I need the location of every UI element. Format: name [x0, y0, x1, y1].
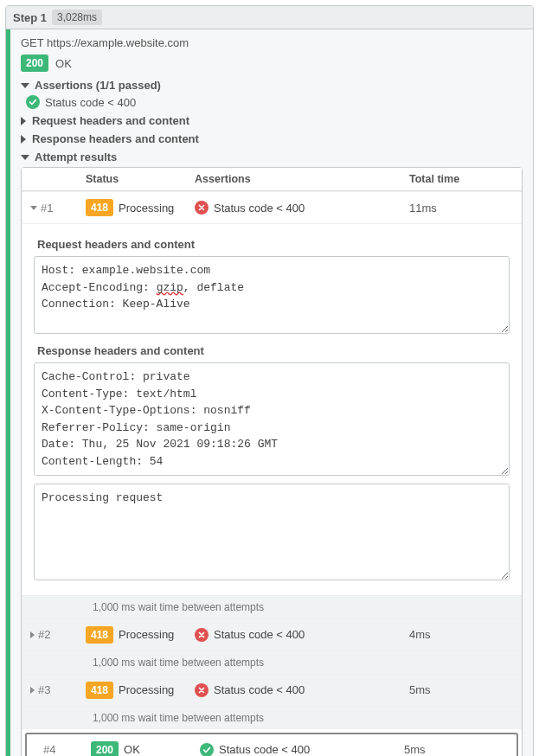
attempt-row[interactable]: #1 418 Processing Status code < 400 11ms	[22, 191, 522, 223]
status-code-badge: 418	[86, 626, 113, 644]
assertion-row: Status code < 400	[26, 95, 523, 109]
assertions-label: Assertions (1/1 passed)	[35, 79, 161, 92]
detail-response-label: Response headers and content	[37, 344, 510, 357]
assertion-text: Status code < 400	[214, 628, 305, 641]
step-header[interactable]: Step 1 3,028ms	[6, 6, 533, 29]
chevron-down-icon	[21, 83, 29, 88]
attempt-index: #3	[38, 683, 50, 696]
attempt-index: #1	[41, 202, 53, 215]
status-text: Processing	[119, 683, 174, 696]
response-headers-label: Response headers and content	[32, 132, 199, 145]
chevron-right-icon	[21, 117, 26, 125]
request-line: GET https://example.website.com	[21, 36, 523, 49]
chevron-right-icon	[21, 135, 26, 144]
col-assertions-header: Assertions	[195, 173, 409, 185]
attempt-time: 4ms	[409, 628, 513, 641]
status-text: OK	[55, 57, 72, 70]
attempt-results-label: Attempt results	[35, 151, 117, 163]
step-body: GET https://example.website.com 200 OK A…	[6, 29, 533, 756]
check-fail-icon	[195, 683, 209, 697]
check-pass-icon	[26, 95, 40, 109]
status-code-badge: 418	[86, 682, 113, 699]
attempt-time: 5ms	[404, 743, 508, 756]
attempt-index: #4	[43, 743, 55, 756]
assertion-text: Status code < 400	[219, 743, 310, 756]
request-headers-toggle[interactable]: Request headers and content	[21, 114, 523, 127]
attempt-results-panel: Status Assertions Total time #1 418 Proc…	[21, 167, 523, 756]
chevron-right-icon	[30, 631, 35, 638]
request-headers-label: Request headers and content	[32, 114, 189, 127]
attempt-table-header: Status Assertions Total time	[22, 168, 522, 191]
wait-row: 1,000 ms wait time between attempts	[22, 650, 522, 674]
assertion-text: Status code < 400	[45, 96, 136, 109]
step-container: Step 1 3,028ms GET https://example.websi…	[5, 5, 534, 756]
top-status-row: 200 OK	[21, 54, 523, 72]
status-text: OK	[124, 743, 140, 756]
assertion-text: Status code < 400	[214, 683, 305, 696]
attempt-time: 5ms	[409, 683, 513, 696]
attempt-row-final[interactable]: #4 200 OK Status code < 400 5ms	[25, 733, 518, 757]
status-code-badge: 418	[86, 199, 113, 216]
status-text: Processing	[119, 202, 174, 215]
assertions-section-toggle[interactable]: Assertions (1/1 passed)	[21, 79, 523, 92]
attempt-row[interactable]: #3 418 Processing Status code < 400 5ms	[22, 674, 522, 706]
chevron-right-icon	[30, 687, 35, 694]
check-fail-icon	[195, 628, 209, 642]
status-code-badge: 200	[21, 54, 48, 72]
attempt-results-toggle[interactable]: Attempt results	[21, 151, 523, 163]
detail-request-label: Request headers and content	[37, 238, 510, 251]
request-headers-textarea[interactable]: Host: example.website.com Accept-Encodin…	[34, 256, 510, 334]
col-status-header: Status	[86, 173, 195, 185]
attempt-detail: Request headers and content Host: exampl…	[22, 223, 522, 595]
chevron-down-icon	[30, 206, 37, 210]
status-text: Processing	[119, 628, 174, 641]
response-body-textarea[interactable]	[34, 484, 510, 580]
assertion-text: Status code < 400	[214, 202, 305, 215]
wait-row: 1,000 ms wait time between attempts	[22, 595, 522, 618]
check-fail-icon	[195, 201, 209, 215]
chevron-down-icon	[21, 155, 29, 160]
col-total-time-header: Total time	[409, 173, 513, 185]
attempt-row[interactable]: #2 418 Processing Status code < 400 4ms	[22, 618, 522, 650]
response-headers-textarea[interactable]	[34, 362, 510, 476]
attempt-index: #2	[38, 628, 50, 641]
check-pass-icon	[200, 743, 214, 757]
wait-row: 1,000 ms wait time between attempts	[22, 706, 522, 729]
response-headers-toggle[interactable]: Response headers and content	[21, 132, 523, 145]
step-title: Step 1	[13, 11, 47, 24]
attempt-time: 11ms	[409, 202, 513, 215]
step-duration-badge: 3,028ms	[52, 10, 102, 25]
status-code-badge: 200	[91, 741, 119, 757]
